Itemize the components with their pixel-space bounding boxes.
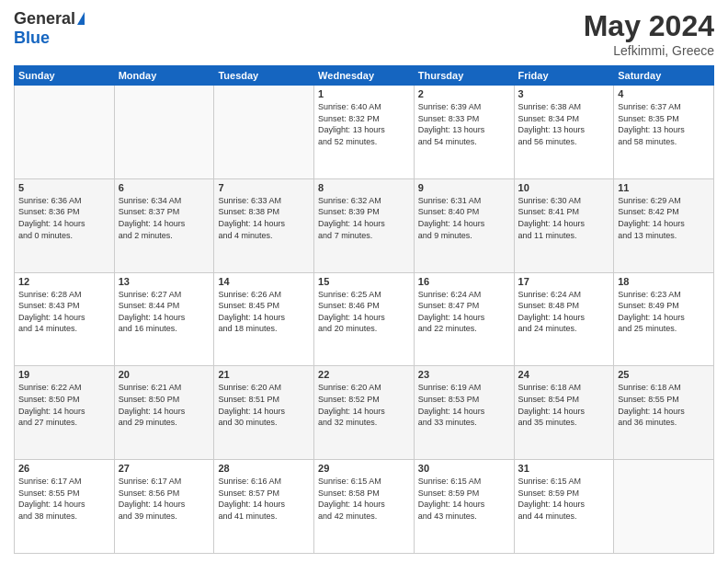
calendar-cell: 11Sunrise: 6:29 AMSunset: 8:42 PMDayligh…: [614, 178, 714, 272]
day-info: Sunrise: 6:38 AMSunset: 8:34 PMDaylight:…: [518, 101, 610, 147]
day-number: 31: [518, 463, 610, 474]
title-block: May 2024 Lefkimmi, Greece: [584, 9, 714, 58]
day-info: Sunrise: 6:31 AMSunset: 8:40 PMDaylight:…: [418, 195, 510, 241]
day-number: 8: [318, 182, 410, 193]
col-header-sunday: Sunday: [15, 66, 115, 86]
day-number: 27: [119, 463, 210, 474]
day-number: 6: [119, 182, 210, 193]
calendar-cell: 22Sunrise: 6:20 AMSunset: 8:52 PMDayligh…: [314, 366, 415, 460]
col-header-friday: Friday: [514, 66, 614, 86]
day-number: 11: [618, 182, 710, 193]
day-info: Sunrise: 6:21 AMSunset: 8:50 PMDaylight:…: [119, 382, 210, 428]
day-info: Sunrise: 6:17 AMSunset: 8:56 PMDaylight:…: [119, 476, 210, 522]
day-number: 15: [318, 276, 410, 287]
day-info: Sunrise: 6:17 AMSunset: 8:55 PMDaylight:…: [18, 476, 110, 522]
day-info: Sunrise: 6:15 AMSunset: 8:59 PMDaylight:…: [518, 476, 610, 522]
day-info: Sunrise: 6:28 AMSunset: 8:43 PMDaylight:…: [18, 289, 110, 335]
day-info: Sunrise: 6:25 AMSunset: 8:46 PMDaylight:…: [318, 289, 410, 335]
calendar-cell: 16Sunrise: 6:24 AMSunset: 8:47 PMDayligh…: [414, 272, 514, 366]
day-number: 19: [18, 369, 110, 380]
day-info: Sunrise: 6:26 AMSunset: 8:45 PMDaylight:…: [218, 289, 310, 335]
day-info: Sunrise: 6:32 AMSunset: 8:39 PMDaylight:…: [318, 195, 410, 241]
calendar-cell: 7Sunrise: 6:33 AMSunset: 8:38 PMDaylight…: [214, 178, 314, 272]
calendar-cell: 23Sunrise: 6:19 AMSunset: 8:53 PMDayligh…: [414, 366, 514, 460]
day-info: Sunrise: 6:24 AMSunset: 8:48 PMDaylight:…: [518, 289, 610, 335]
day-info: Sunrise: 6:20 AMSunset: 8:52 PMDaylight:…: [318, 382, 410, 428]
day-number: 5: [18, 182, 110, 193]
day-info: Sunrise: 6:15 AMSunset: 8:58 PMDaylight:…: [318, 476, 410, 522]
day-info: Sunrise: 6:20 AMSunset: 8:51 PMDaylight:…: [218, 382, 310, 428]
calendar-cell: 20Sunrise: 6:21 AMSunset: 8:50 PMDayligh…: [114, 366, 214, 460]
title-month: May 2024: [584, 9, 714, 43]
day-info: Sunrise: 6:15 AMSunset: 8:59 PMDaylight:…: [418, 476, 510, 522]
calendar-cell: [214, 86, 314, 179]
day-number: 30: [418, 463, 510, 474]
day-number: 9: [418, 182, 510, 193]
day-info: Sunrise: 6:30 AMSunset: 8:41 PMDaylight:…: [518, 195, 610, 241]
col-header-saturday: Saturday: [614, 66, 714, 86]
calendar-cell: 27Sunrise: 6:17 AMSunset: 8:56 PMDayligh…: [114, 460, 214, 554]
day-number: 22: [318, 369, 410, 380]
day-info: Sunrise: 6:16 AMSunset: 8:57 PMDaylight:…: [218, 476, 310, 522]
calendar-cell: 18Sunrise: 6:23 AMSunset: 8:49 PMDayligh…: [614, 272, 714, 366]
calendar-cell: 29Sunrise: 6:15 AMSunset: 8:58 PMDayligh…: [314, 460, 415, 554]
col-header-thursday: Thursday: [414, 66, 514, 86]
calendar-cell: 21Sunrise: 6:20 AMSunset: 8:51 PMDayligh…: [214, 366, 314, 460]
day-number: 18: [618, 276, 710, 287]
day-number: 4: [618, 88, 710, 99]
day-number: 1: [318, 88, 410, 99]
calendar-cell: 9Sunrise: 6:31 AMSunset: 8:40 PMDaylight…: [414, 178, 514, 272]
calendar-cell: 12Sunrise: 6:28 AMSunset: 8:43 PMDayligh…: [15, 272, 115, 366]
calendar-cell: 3Sunrise: 6:38 AMSunset: 8:34 PMDaylight…: [514, 86, 614, 179]
day-number: 14: [218, 276, 310, 287]
logo-blue: Blue: [14, 29, 50, 48]
calendar-cell: 5Sunrise: 6:36 AMSunset: 8:36 PMDaylight…: [15, 178, 115, 272]
col-header-tuesday: Tuesday: [214, 66, 314, 86]
calendar-cell: [614, 460, 714, 554]
day-number: 3: [518, 88, 610, 99]
day-number: 24: [518, 369, 610, 380]
day-number: 13: [119, 276, 210, 287]
calendar-cell: 28Sunrise: 6:16 AMSunset: 8:57 PMDayligh…: [214, 460, 314, 554]
day-info: Sunrise: 6:18 AMSunset: 8:55 PMDaylight:…: [618, 382, 710, 428]
calendar-cell: 17Sunrise: 6:24 AMSunset: 8:48 PMDayligh…: [514, 272, 614, 366]
col-header-wednesday: Wednesday: [314, 66, 415, 86]
calendar-cell: 14Sunrise: 6:26 AMSunset: 8:45 PMDayligh…: [214, 272, 314, 366]
logo: General Blue: [14, 9, 85, 48]
calendar-cell: 19Sunrise: 6:22 AMSunset: 8:50 PMDayligh…: [15, 366, 115, 460]
calendar-cell: 8Sunrise: 6:32 AMSunset: 8:39 PMDaylight…: [314, 178, 415, 272]
calendar-cell: 2Sunrise: 6:39 AMSunset: 8:33 PMDaylight…: [414, 86, 514, 179]
day-number: 12: [18, 276, 110, 287]
day-info: Sunrise: 6:37 AMSunset: 8:35 PMDaylight:…: [618, 101, 710, 147]
calendar-cell: [15, 86, 115, 179]
calendar-cell: 30Sunrise: 6:15 AMSunset: 8:59 PMDayligh…: [414, 460, 514, 554]
calendar-cell: [114, 86, 214, 179]
title-location: Lefkimmi, Greece: [584, 43, 714, 58]
day-number: 10: [518, 182, 610, 193]
day-number: 7: [218, 182, 310, 193]
day-info: Sunrise: 6:29 AMSunset: 8:42 PMDaylight:…: [618, 195, 710, 241]
page: General Blue May 2024 Lefkimmi, Greece S…: [0, 0, 728, 563]
calendar-cell: 31Sunrise: 6:15 AMSunset: 8:59 PMDayligh…: [514, 460, 614, 554]
day-number: 16: [418, 276, 510, 287]
day-info: Sunrise: 6:33 AMSunset: 8:38 PMDaylight:…: [218, 195, 310, 241]
day-info: Sunrise: 6:18 AMSunset: 8:54 PMDaylight:…: [518, 382, 610, 428]
logo-triangle-icon: [77, 12, 85, 25]
day-info: Sunrise: 6:22 AMSunset: 8:50 PMDaylight:…: [18, 382, 110, 428]
day-info: Sunrise: 6:36 AMSunset: 8:36 PMDaylight:…: [18, 195, 110, 241]
day-number: 25: [618, 369, 710, 380]
day-number: 21: [218, 369, 310, 380]
calendar-cell: 13Sunrise: 6:27 AMSunset: 8:44 PMDayligh…: [114, 272, 214, 366]
calendar-cell: 26Sunrise: 6:17 AMSunset: 8:55 PMDayligh…: [15, 460, 115, 554]
day-number: 20: [119, 369, 210, 380]
col-header-monday: Monday: [114, 66, 214, 86]
calendar-cell: 15Sunrise: 6:25 AMSunset: 8:46 PMDayligh…: [314, 272, 415, 366]
day-info: Sunrise: 6:19 AMSunset: 8:53 PMDaylight:…: [418, 382, 510, 428]
day-info: Sunrise: 6:23 AMSunset: 8:49 PMDaylight:…: [618, 289, 710, 335]
day-number: 29: [318, 463, 410, 474]
calendar-cell: 10Sunrise: 6:30 AMSunset: 8:41 PMDayligh…: [514, 178, 614, 272]
day-number: 26: [18, 463, 110, 474]
day-info: Sunrise: 6:27 AMSunset: 8:44 PMDaylight:…: [119, 289, 210, 335]
day-number: 17: [518, 276, 610, 287]
calendar-cell: 24Sunrise: 6:18 AMSunset: 8:54 PMDayligh…: [514, 366, 614, 460]
